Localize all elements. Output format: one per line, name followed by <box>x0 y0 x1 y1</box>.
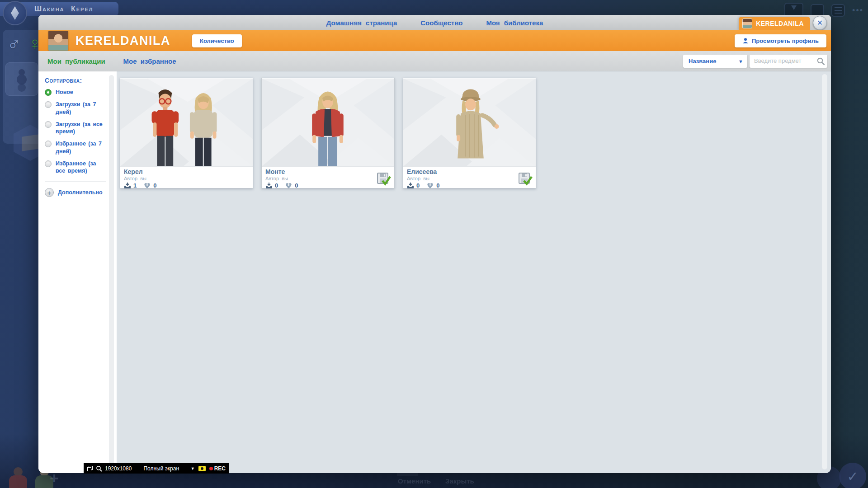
card-stats: 1 0 <box>124 182 249 189</box>
radio-icon[interactable] <box>45 160 52 167</box>
sort-option-label: Новое <box>56 89 73 96</box>
checkmark-icon: ✓ <box>847 469 858 484</box>
search-icon[interactable] <box>816 57 825 66</box>
favorite-heart-icon <box>143 182 151 189</box>
card-stats: 0 0 <box>265 182 391 189</box>
close-button[interactable]: ✕ <box>813 16 827 30</box>
search-input[interactable] <box>754 55 817 67</box>
radio-icon[interactable] <box>45 101 52 108</box>
sidebar-scrollbar[interactable] <box>109 75 114 469</box>
radio-icon[interactable] <box>45 141 52 147</box>
chevron-down-icon: ▼ <box>738 59 743 64</box>
ellipsis-icon[interactable]: ••• <box>852 4 863 17</box>
download-arrow-icon <box>791 5 797 10</box>
card-thumbnail-illustration <box>403 78 536 167</box>
sort-sidebar: Сортировка: Новое Загрузки (за 7 дней) З… <box>38 71 117 473</box>
card-title: Елисеева <box>407 168 532 175</box>
radio-icon[interactable] <box>45 89 52 96</box>
recording-dot-icon <box>209 467 213 470</box>
sim-portrait <box>8 467 28 488</box>
card-author: Автор вы <box>124 176 249 181</box>
profile-username: KERELDANILA <box>75 34 170 48</box>
card-stats: 0 0 <box>407 182 532 189</box>
male-icon[interactable]: ♂ <box>7 33 21 54</box>
sort-option-downloads-7d[interactable]: Загрузки (за 7 дней) <box>45 101 106 116</box>
sort-field-value: Название <box>689 58 716 65</box>
user-account-tab[interactable]: KERELDANILA <box>739 17 810 30</box>
card-thumbnail-illustration <box>262 78 394 167</box>
sort-option-label: Загрузки (за все время) <box>56 121 106 136</box>
sim-name-label: Шакина Керел <box>34 5 93 13</box>
tab-my-favorites[interactable]: Мое избранное <box>123 57 176 65</box>
search-box <box>750 55 827 68</box>
sidebar-divider <box>45 182 106 182</box>
nav-community-link[interactable]: Сообщество <box>420 19 462 27</box>
plumbob-button[interactable] <box>3 1 27 25</box>
plus-circle-icon: + <box>45 188 54 197</box>
downloads-count: 0 <box>275 182 278 189</box>
rec-label: REC <box>214 465 226 472</box>
sort-option-favorites-7d[interactable]: Избранное (за 7 дней) <box>45 140 106 155</box>
nav-home-link[interactable]: Домашняя страница <box>326 19 397 27</box>
body-figure-icon <box>19 69 25 75</box>
content-scrollbar[interactable] <box>822 74 827 469</box>
card-thumbnail[interactable] <box>120 78 253 167</box>
card-thumbnail[interactable] <box>262 78 394 167</box>
saved-to-library-icon <box>518 172 533 186</box>
confirm-button[interactable]: ✓ <box>839 463 866 488</box>
gallery-toolbar: Мои публикации Мое избранное Название ▼ <box>38 51 831 71</box>
more-filters-button[interactable]: + Дополнительно <box>45 188 117 197</box>
favorites-count: 0 <box>295 182 298 189</box>
gallery-card-monte[interactable]: Монте Автор вы 0 0 <box>261 78 395 188</box>
restore-window-icon[interactable] <box>87 466 92 471</box>
nav-library-link[interactable]: Моя библиотека <box>486 19 543 27</box>
card-thumbnail[interactable] <box>403 78 536 167</box>
resolution-label: 868x488 <box>105 465 132 472</box>
gallery-nav-bar: Домашняя страница Сообщество Моя библиот… <box>38 15 831 30</box>
downloads-icon <box>265 183 273 189</box>
filter-controls: Название ▼ <box>683 55 827 68</box>
card-thumbnail-illustration <box>120 78 253 167</box>
plumbob-icon <box>11 6 19 20</box>
gallery-main: Сортировка: Новое Загрузки (за 7 дней) З… <box>38 71 831 473</box>
zoom-icon[interactable] <box>96 465 102 472</box>
list-icon[interactable] <box>831 4 845 17</box>
dim-close-label: Закрыть <box>445 477 474 485</box>
downloads-icon <box>407 183 414 189</box>
card-title: Керел <box>124 168 249 175</box>
favorites-count: 0 <box>436 182 439 189</box>
person-icon <box>742 38 749 44</box>
sort-option-new[interactable]: Новое <box>45 89 106 96</box>
capture-mode-label: Полный экран <box>143 465 179 472</box>
radio-icon[interactable] <box>45 121 52 128</box>
view-profile-button[interactable]: Просмотреть профиль <box>735 34 826 47</box>
sort-title: Сортировка: <box>45 77 117 84</box>
gallery-card-kerel[interactable]: Керел Автор вы 1 0 <box>120 78 253 188</box>
tab-my-publications[interactable]: Мои публикации <box>47 57 105 65</box>
sort-option-favorites-all[interactable]: Избранное (за все время) <box>45 160 106 175</box>
count-button[interactable]: Количество <box>192 34 242 47</box>
saved-to-library-icon <box>377 172 391 186</box>
camera-icon[interactable] <box>198 466 206 471</box>
gallery-card-eliseeva[interactable]: Елисеева Автор вы 0 0 <box>403 78 536 188</box>
sort-option-label: Загрузки (за 7 дней) <box>56 101 106 116</box>
card-footer: Елисеева Автор вы 0 0 <box>403 167 536 188</box>
cards-grid: Керел Автор вы 1 0 <box>117 71 831 473</box>
sort-field-dropdown[interactable]: Название ▼ <box>683 55 747 68</box>
card-footer: Керел Автор вы 1 0 <box>120 167 253 188</box>
hexagon-content <box>22 134 39 151</box>
recorder-dropdown-icon[interactable]: ▼ <box>191 466 195 471</box>
sort-option-label: Избранное (за все время) <box>56 160 106 175</box>
downloads-icon <box>124 183 131 189</box>
plus-glyph: + <box>47 189 52 196</box>
favorite-heart-icon <box>285 182 292 189</box>
list-lines-icon <box>835 7 842 14</box>
user-tab-name: KERELDANILA <box>756 20 804 27</box>
favorites-count: 0 <box>153 182 156 189</box>
user-avatar-small <box>742 19 752 28</box>
downloads-count: 0 <box>416 182 420 189</box>
sort-option-downloads-all[interactable]: Загрузки (за все время) <box>45 121 106 136</box>
count-button-label: Количество <box>200 38 234 44</box>
body-shape-tile[interactable] <box>5 62 38 96</box>
close-icon: ✕ <box>817 19 823 27</box>
